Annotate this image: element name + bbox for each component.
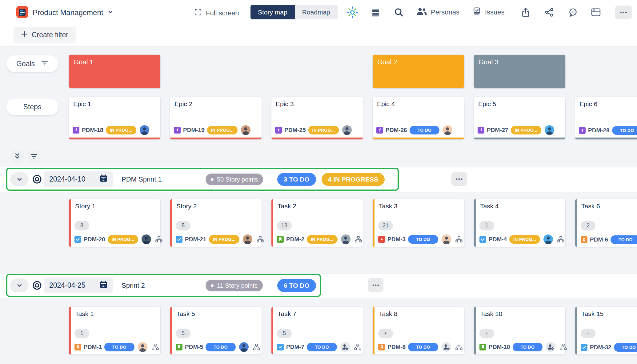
create-filter-button[interactable]: Create filter	[14, 27, 76, 43]
avatar[interactable]	[443, 125, 452, 135]
zoom-out-comment-icon[interactable]	[565, 5, 580, 20]
avatar[interactable]	[243, 234, 252, 244]
status-badge[interactable]: TO DO	[410, 126, 440, 134]
export-icon[interactable]	[518, 5, 533, 20]
issue-card[interactable]: Task 2 13 PDM-2 IN PROG...	[271, 199, 363, 247]
epic-card[interactable]: Epic 4 PDM-26 TO DO	[373, 97, 464, 139]
subtasks-icon[interactable]	[155, 236, 162, 242]
epic-card[interactable]: Epic 6 PDM-28 TO DO	[575, 97, 637, 139]
tab-roadmap[interactable]: Roadmap	[295, 5, 338, 19]
fullscreen-button[interactable]: Full screen	[194, 8, 239, 18]
steps-row-button[interactable]: Steps	[6, 98, 58, 115]
story-points-pill[interactable]: 21	[378, 221, 393, 230]
avatar[interactable]	[545, 125, 554, 135]
status-badge[interactable]: TO DO	[612, 126, 637, 135]
status-badge[interactable]: IN PROG...	[207, 126, 238, 134]
issue-card[interactable]: Task 5 5 PDM-5 TO DO	[170, 307, 262, 354]
status-badge[interactable]: IN PROG...	[308, 126, 339, 134]
sprint-date-picker[interactable]: 2024-04-25	[44, 278, 113, 293]
status-badge[interactable]: IN PROG...	[511, 126, 542, 134]
story-points-pill[interactable]: +	[378, 329, 393, 338]
avatar[interactable]	[140, 125, 149, 135]
epic-card[interactable]: Epic 3 PDM-25 IN PROG...	[271, 97, 363, 139]
story-points-pill[interactable]: 5	[277, 329, 292, 338]
epic-card[interactable]: Epic 5 PDM-27 IN PROG...	[474, 97, 565, 139]
subtasks-icon[interactable]	[257, 236, 264, 242]
avatar[interactable]	[342, 125, 352, 135]
status-badge[interactable]: IN PROG...	[209, 235, 240, 244]
unassigned-avatar-icon[interactable]	[442, 342, 451, 352]
avatar[interactable]	[543, 234, 553, 244]
avatar[interactable]	[239, 342, 249, 352]
issue-card[interactable]: Task 15 + PDM-32 TO DO	[575, 307, 637, 354]
status-badge[interactable]: IN PROG...	[106, 126, 137, 134]
issue-card[interactable]: Story 2 5 PDM-21 IN PROG...	[170, 199, 262, 247]
project-switcher[interactable]: Product Management	[16, 6, 113, 19]
status-badge[interactable]: TO DO	[206, 343, 236, 351]
story-points-pill[interactable]: 1	[74, 329, 89, 338]
story-points-pill[interactable]: 13	[277, 221, 292, 230]
subtasks-icon[interactable]	[455, 236, 463, 242]
subtasks-icon[interactable]	[355, 236, 362, 242]
epic-card[interactable]: Epic 2 PDM-19 IN PROG...	[170, 97, 262, 139]
sprint-more-button[interactable]	[368, 278, 383, 292]
tab-story-map[interactable]: Story map	[250, 5, 295, 19]
issue-card[interactable]: Task 8 + PDM-8 TO DO	[373, 307, 464, 354]
story-points-pill[interactable]: 5	[176, 221, 190, 230]
goal-card[interactable]: Goal 2	[373, 55, 464, 88]
subtasks-icon[interactable]	[354, 344, 361, 350]
share-icon[interactable]	[542, 5, 557, 20]
status-badge[interactable]: TO DO	[513, 343, 543, 351]
goal-card[interactable]: Goal 3	[474, 55, 565, 88]
collapse-all-button[interactable]	[10, 150, 24, 163]
status-badge[interactable]: IN PROG...	[307, 235, 338, 244]
sprint-date-picker[interactable]: 2024-04-10	[44, 171, 113, 187]
sprint-more-button[interactable]	[451, 172, 467, 186]
avatar[interactable]	[142, 234, 151, 244]
status-badge[interactable]: TO DO	[307, 343, 337, 351]
story-points-pill[interactable]: 2	[581, 221, 595, 230]
issue-card[interactable]: Task 10 + PDM-10 TO DO	[474, 307, 565, 354]
rows-view-icon[interactable]	[368, 5, 383, 20]
panel-view-icon[interactable]	[588, 5, 603, 20]
status-badge[interactable]: TO DO	[408, 343, 438, 351]
avatar[interactable]	[442, 234, 451, 244]
issue-card[interactable]: Story 1 8 PDM-20 IN PROG...	[69, 199, 160, 247]
sprint-collapse-button[interactable]	[10, 278, 29, 292]
goals-row-button[interactable]: Goals	[6, 55, 58, 72]
status-badge[interactable]: TO DO	[614, 343, 637, 352]
status-badge[interactable]: TO DO	[611, 235, 637, 244]
subtasks-icon[interactable]	[253, 344, 260, 350]
sprint-status-badge[interactable]: 4 IN PROGRESS	[322, 173, 385, 186]
avatar[interactable]	[341, 234, 351, 244]
status-badge[interactable]: TO DO	[408, 235, 438, 244]
sprint-status-badge[interactable]: 6 TO DO	[277, 279, 316, 292]
issue-card[interactable]: Task 3 21 PDM-3 TO DO	[373, 199, 464, 247]
issue-card[interactable]: Task 7 5 PDM-7 TO DO	[271, 307, 363, 354]
header-more-button[interactable]	[615, 6, 632, 19]
subtasks-icon[interactable]	[152, 344, 159, 350]
issue-card[interactable]: Task 1 1 PDM-1 TO DO	[69, 307, 160, 354]
story-points-pill[interactable]: 8	[74, 221, 89, 230]
avatar[interactable]	[241, 125, 250, 135]
sprint-name[interactable]: PDM Sprint 1	[122, 169, 162, 190]
status-badge[interactable]: IN PROG...	[509, 235, 540, 244]
story-points-pill[interactable]: 1	[479, 221, 494, 230]
ai-sparkle-icon[interactable]	[345, 5, 360, 20]
story-points-pill[interactable]: +	[581, 329, 595, 338]
goal-card[interactable]: Goal 1	[69, 55, 160, 88]
issue-card[interactable]: Task 6 2 PDM-6 TO DO	[575, 199, 637, 247]
search-icon[interactable]	[391, 5, 406, 20]
sprint-name[interactable]: Sprint 2	[122, 275, 145, 296]
story-points-pill[interactable]: 5	[176, 329, 190, 338]
issue-card[interactable]: Task 4 1 PDM-4 IN PROG...	[474, 199, 565, 247]
sprint-collapse-button[interactable]	[10, 172, 29, 186]
subtasks-icon[interactable]	[560, 344, 567, 350]
status-badge[interactable]: IN PROG...	[108, 235, 138, 244]
subtasks-icon[interactable]	[557, 236, 564, 242]
sprint-filter-button[interactable]	[27, 150, 41, 163]
unassigned-avatar-icon[interactable]	[546, 342, 555, 352]
status-badge[interactable]: TO DO	[104, 343, 134, 351]
sprint-status-badge[interactable]: 3 TO DO	[277, 173, 316, 186]
unassigned-avatar-icon[interactable]	[340, 342, 350, 352]
